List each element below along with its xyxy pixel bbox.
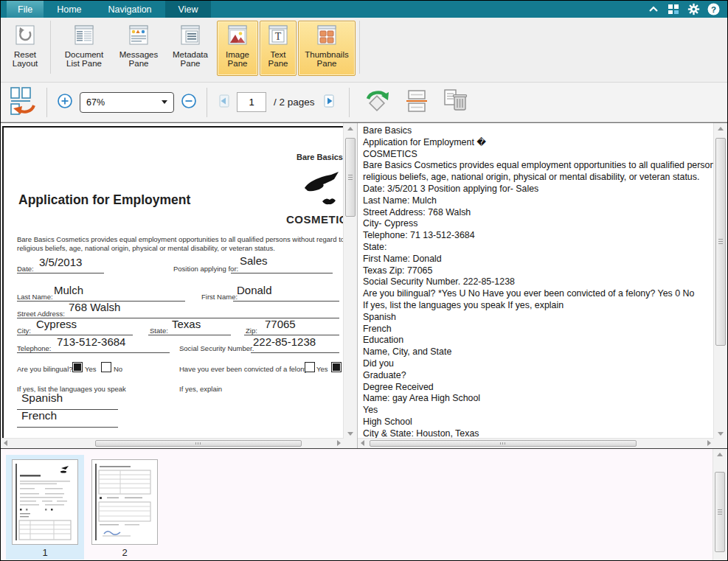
ribbon-separator	[359, 21, 360, 74]
scroll-right-arrow-icon[interactable]	[707, 440, 711, 446]
doc-zip-value: 77065	[265, 318, 296, 330]
thumbnail-page-1-image	[12, 459, 78, 545]
layout-panes-icon[interactable]	[667, 3, 680, 16]
text-pane-horizontal-scrollbar[interactable]	[358, 438, 714, 448]
page-number-input[interactable]	[237, 92, 266, 112]
tab-navigation[interactable]: Navigation	[95, 1, 165, 18]
chevron-up-icon[interactable]	[647, 3, 660, 16]
doc-underline	[17, 352, 170, 353]
thumbnail-page-2[interactable]: 2	[86, 455, 164, 560]
svg-text:T: T	[275, 31, 282, 42]
text-line: Degree Received	[363, 382, 714, 394]
next-page-button[interactable]	[322, 94, 336, 111]
toolbar-separator	[349, 88, 350, 117]
text-pane-icon: T	[266, 24, 291, 49]
image-pane-vscroll-thumb[interactable]	[345, 138, 356, 217]
gear-icon[interactable]	[687, 3, 700, 16]
image-pane: Bare Basics Application for Employment C…	[1, 123, 358, 448]
text-line: Bare Basics	[363, 125, 714, 137]
scroll-down-arrow-icon[interactable]	[347, 432, 353, 436]
doc-intro-line2: religious beliefs, age, national origin,…	[17, 244, 275, 252]
text-line: Education	[363, 335, 714, 346]
scroll-up-arrow-icon[interactable]	[718, 127, 724, 130]
text-line: Are you bilingual? *Yes U No Have you ev…	[363, 288, 714, 300]
thumbnail-page-1-label: 1	[42, 547, 47, 558]
doc-brand-top: Bare Basics	[225, 153, 343, 161]
doc-state-value: Texas	[172, 318, 201, 330]
thumbnail-page-1[interactable]: 1	[6, 455, 84, 560]
felony-yes-label: Yes	[316, 365, 328, 373]
scroll-up-arrow-icon[interactable]	[717, 453, 723, 456]
text-pane-vscroll-thumb[interactable]	[715, 138, 726, 346]
tab-home[interactable]: Home	[44, 1, 94, 18]
messages-pane-button[interactable]: Messages Pane	[114, 21, 164, 76]
text-line: French	[363, 324, 714, 335]
split-document-icon	[403, 86, 429, 118]
text-pane-label: Text Pane	[263, 50, 293, 69]
thumbnails-vertical-scrollbar[interactable]	[713, 449, 727, 561]
text-line: religious beliefs, age, national origin,…	[363, 172, 714, 184]
previous-page-button[interactable]	[217, 94, 232, 111]
help-icon[interactable]: ?	[707, 3, 720, 16]
zoom-out-button[interactable]	[181, 93, 197, 111]
image-pane-horizontal-scrollbar[interactable]	[1, 438, 344, 448]
text-pane-button[interactable]: T Text Pane	[260, 21, 297, 76]
menu-bar-icons: ?	[647, 1, 727, 18]
text-pane-vertical-scrollbar[interactable]	[713, 123, 727, 439]
thumbnails-pane-button[interactable]: Thumbnails Pane	[298, 21, 356, 76]
doc-brand-bottom: COSMETICS	[286, 213, 344, 226]
tab-view[interactable]: View	[165, 1, 212, 18]
zoom-out-icon	[181, 93, 197, 111]
doc-intro-line1: Bare Basics Cosmetics provides equal emp…	[17, 235, 344, 243]
chevron-down-icon	[162, 100, 167, 104]
text-pane-hscroll-thumb[interactable]	[370, 440, 637, 447]
doc-ssn-label: Social Security Number.	[179, 344, 254, 352]
scrollbar-corner	[714, 439, 727, 448]
doc-bilingual-label: Are you bilingual?	[17, 365, 73, 373]
delete-page-icon	[440, 86, 470, 118]
text-line: Last Name: Mulch	[363, 195, 714, 207]
scroll-right-arrow-icon[interactable]	[337, 440, 341, 446]
scroll-left-arrow-icon[interactable]	[361, 440, 364, 446]
thumbnail-page-2-label: 2	[122, 547, 127, 558]
metadata-pane-button[interactable]: Metadata Pane	[165, 21, 215, 76]
document-list-pane-icon	[72, 24, 97, 49]
extracted-text-content: Bare Basics Application for Employment �…	[358, 123, 714, 439]
scroll-left-arrow-icon[interactable]	[4, 440, 7, 446]
text-line: Date: 3/5/201 3 Position applying for- S…	[363, 184, 714, 195]
thumbnails-vscroll-thumb[interactable]	[715, 472, 725, 552]
metadata-pane-icon	[178, 24, 203, 49]
doc-felony-label: Have you ever been convicted of a felony…	[179, 365, 312, 373]
metadata-pane-label: Metadata Pane	[169, 50, 212, 69]
zoom-in-button[interactable]	[57, 93, 73, 111]
split-document-button[interactable]	[403, 86, 429, 118]
felony-yes-checkbox	[305, 362, 315, 372]
image-pane-label: Image Pane	[221, 50, 254, 69]
text-line: Name, City, and State	[363, 346, 714, 358]
text-line: If yes, list the languages you speak If …	[363, 300, 714, 312]
unsplit-pages-button[interactable]	[9, 86, 37, 118]
text-line: Yes	[363, 405, 714, 417]
messages-pane-label: Messages Pane	[117, 50, 160, 69]
unsplit-pages-icon	[9, 86, 37, 118]
text-line: Spanish	[363, 312, 714, 324]
reset-layout-button[interactable]: Reset Layout	[4, 21, 46, 76]
document-list-pane-button[interactable]: Document List Pane	[56, 21, 112, 76]
doc-ssn-value: 222-85-1238	[253, 335, 316, 348]
image-pane-button[interactable]: Image Pane	[217, 21, 258, 76]
doc-underline	[251, 352, 339, 353]
tab-home-label: Home	[57, 4, 81, 15]
zoom-level-select[interactable]: 67%	[80, 92, 174, 113]
scroll-down-arrow-icon[interactable]	[718, 432, 724, 436]
scroll-up-arrow-icon[interactable]	[347, 127, 353, 130]
image-pane-hscroll-thumb[interactable]	[95, 440, 302, 447]
delete-page-button[interactable]	[440, 86, 470, 118]
image-pane-vertical-scrollbar[interactable]	[343, 123, 357, 439]
tab-file[interactable]: File	[7, 1, 44, 18]
text-line: Did you	[363, 358, 714, 370]
doc-underline	[231, 272, 333, 273]
felony-no-checkbox	[331, 362, 342, 372]
doc-title: Application for Employment	[18, 192, 190, 208]
viewer-window: File Home Navigation View	[0, 0, 728, 561]
rotate-page-button[interactable]	[362, 86, 392, 118]
